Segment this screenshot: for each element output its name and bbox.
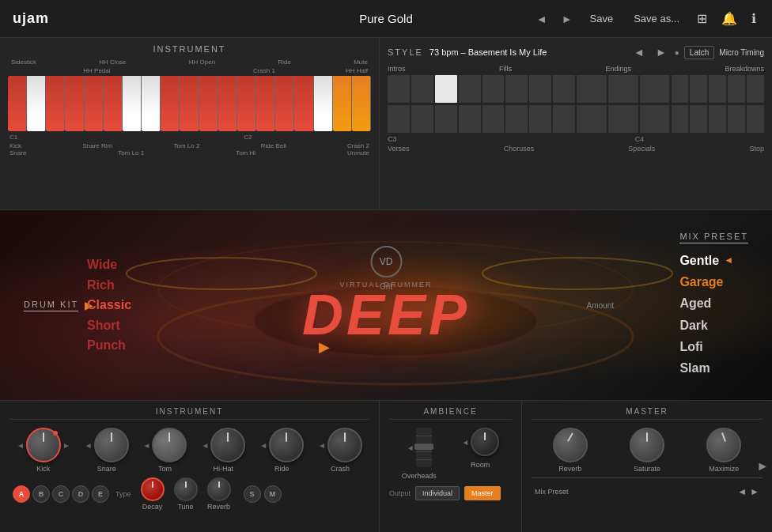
- piano-key-5[interactable]: [85, 76, 104, 131]
- master-output-button[interactable]: Master: [464, 486, 501, 500]
- overheads-arrow-left[interactable]: ◄: [407, 443, 414, 452]
- master-saturate-knob[interactable]: [630, 428, 664, 462]
- type-btn-d[interactable]: D: [72, 485, 89, 503]
- piano-key-1[interactable]: [8, 76, 27, 131]
- mix-style-dark[interactable]: Dark: [679, 315, 748, 336]
- style-pad-b10[interactable]: [608, 105, 638, 133]
- save-as-button[interactable]: Save as...: [627, 9, 686, 28]
- type-btn-e[interactable]: E: [92, 485, 109, 503]
- style-pad-8[interactable]: [553, 75, 575, 103]
- piano-key-7[interactable]: [123, 76, 142, 131]
- master-maximize-knob[interactable]: [706, 428, 741, 462]
- style-pad-4[interactable]: [459, 75, 481, 103]
- master-right-arrow[interactable]: ►: [756, 459, 769, 474]
- decay-knob[interactable]: [141, 477, 165, 501]
- style-pad-13[interactable]: [690, 75, 707, 103]
- kick-knob[interactable]: [26, 428, 61, 462]
- piano-key-14[interactable]: [256, 76, 275, 131]
- latch-button[interactable]: Latch: [684, 46, 714, 59]
- room-knob[interactable]: [471, 428, 499, 456]
- style-pad-5[interactable]: [482, 75, 505, 103]
- piano-key-18[interactable]: [333, 76, 352, 131]
- solo-button[interactable]: S: [244, 485, 261, 503]
- style-pad-b1[interactable]: [388, 105, 410, 133]
- mix-style-slam[interactable]: Slam: [679, 357, 748, 379]
- mix-style-garage[interactable]: Garage: [679, 271, 748, 292]
- crash-arrow-left[interactable]: ◄: [318, 441, 326, 450]
- preset-prev-button[interactable]: ◄: [533, 11, 551, 27]
- mix-preset-next[interactable]: ►: [750, 486, 759, 497]
- overheads-fader-handle[interactable]: [414, 443, 433, 450]
- piano-key-17[interactable]: [314, 76, 333, 131]
- style-pad-b11[interactable]: [640, 105, 670, 133]
- style-wide[interactable]: Wide: [87, 255, 131, 275]
- piano-key-4[interactable]: [65, 76, 84, 131]
- style-pad-12[interactable]: [672, 75, 689, 103]
- piano-key-11[interactable]: [199, 76, 218, 131]
- type-btn-a[interactable]: A: [13, 485, 30, 503]
- style-pad-b12[interactable]: [672, 105, 689, 133]
- style-short[interactable]: Short: [87, 315, 131, 336]
- preset-next-button[interactable]: ►: [558, 11, 576, 27]
- kick-arrow-right[interactable]: ►: [62, 441, 70, 450]
- style-punch[interactable]: Punch: [87, 335, 131, 356]
- style-pad-9[interactable]: [577, 75, 607, 103]
- style-pad-b16[interactable]: [747, 105, 764, 133]
- style-next-button[interactable]: ►: [653, 44, 670, 60]
- individual-button[interactable]: Individual: [415, 486, 460, 500]
- style-pad-b5[interactable]: [482, 105, 505, 133]
- overheads-fader[interactable]: [416, 428, 432, 467]
- piano-keyboard[interactable]: [8, 76, 371, 131]
- piano-key-13[interactable]: [237, 76, 256, 131]
- bell-icon[interactable]: 🔔: [718, 8, 740, 29]
- piano-key-12[interactable]: [218, 76, 237, 131]
- piano-key-16[interactable]: [294, 76, 313, 131]
- style-pad-b6[interactable]: [505, 105, 528, 133]
- mute-button-ctrl[interactable]: M: [264, 485, 282, 503]
- room-arrow-left[interactable]: ◄: [461, 438, 469, 447]
- snare-knob[interactable]: [94, 428, 129, 462]
- style-pad-b7[interactable]: [529, 105, 551, 133]
- style-pad-1[interactable]: [388, 75, 410, 103]
- piano-key-6[interactable]: [104, 76, 123, 131]
- mix-style-gentle[interactable]: Gentle ◄: [679, 250, 748, 271]
- style-pad-16[interactable]: [747, 75, 764, 103]
- style-pad-14[interactable]: [709, 75, 726, 103]
- style-pad-15[interactable]: [728, 75, 745, 103]
- style-classic[interactable]: Classic: [87, 295, 131, 315]
- hihat-knob[interactable]: [210, 428, 245, 462]
- piano-key-2[interactable]: [27, 76, 46, 131]
- mix-preset-prev[interactable]: ◄: [737, 486, 747, 497]
- reverb-knob[interactable]: [207, 477, 231, 501]
- style-pad-b8[interactable]: [553, 105, 575, 133]
- save-button[interactable]: Save: [584, 9, 620, 28]
- style-pad-b2[interactable]: [411, 105, 433, 133]
- mix-style-lofi[interactable]: Lofi: [679, 336, 748, 357]
- style-pad-b13[interactable]: [690, 105, 707, 133]
- mix-style-aged[interactable]: Aged: [679, 292, 748, 314]
- ride-knob[interactable]: [269, 428, 304, 462]
- style-pad-b3[interactable]: [435, 105, 457, 133]
- piano-key-9[interactable]: [161, 76, 180, 131]
- play-button[interactable]: ▶: [315, 338, 334, 357]
- piano-key-19[interactable]: [352, 76, 371, 131]
- hihat-arrow-left[interactable]: ◄: [201, 441, 209, 450]
- info-icon[interactable]: ℹ: [748, 8, 759, 29]
- style-pad-b4[interactable]: [459, 105, 481, 133]
- style-pad-7[interactable]: [529, 75, 551, 103]
- style-pad-b9[interactable]: [577, 105, 607, 133]
- piano-key-3[interactable]: [46, 76, 65, 131]
- style-prev-button[interactable]: ◄: [630, 44, 648, 60]
- crash-knob[interactable]: [327, 428, 362, 462]
- master-reverb-knob[interactable]: [553, 428, 588, 462]
- style-pad-10[interactable]: [608, 75, 638, 103]
- grid-icon[interactable]: ⊞: [694, 8, 710, 29]
- tom-knob[interactable]: [152, 428, 187, 462]
- tom-arrow-left[interactable]: ◄: [143, 441, 151, 450]
- style-rich[interactable]: Rich: [87, 275, 131, 296]
- style-pad-6[interactable]: [505, 75, 528, 103]
- tune-knob[interactable]: [174, 477, 198, 501]
- type-btn-c[interactable]: C: [52, 485, 70, 503]
- style-pad-3[interactable]: [435, 75, 457, 103]
- style-pad-2[interactable]: [411, 75, 433, 103]
